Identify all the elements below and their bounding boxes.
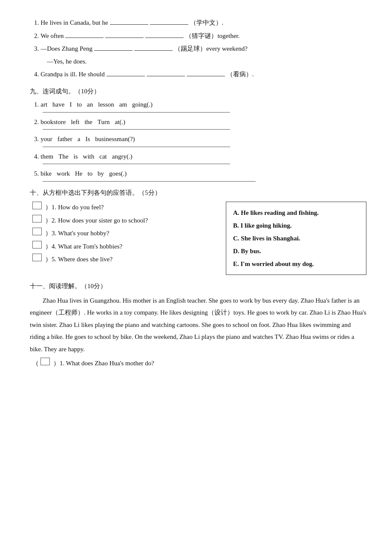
q8-1-blank1[interactable]	[110, 17, 148, 25]
q10-5-text: Where does she live?	[58, 254, 112, 265]
q10-2: ）2. How does your sister go to school?	[30, 215, 222, 226]
q10-2-paren[interactable]	[32, 215, 42, 223]
q10-2-text: How does your sister go to school?	[58, 215, 148, 226]
q9-2-num: 2.	[34, 117, 39, 128]
q9-2-words: 2. bookstore left the Turn at(.)	[30, 117, 366, 128]
section-ten: 十、从方框中选出下列各句的应答语。（5分） ）1. How do you fee…	[30, 188, 366, 275]
q10-3-num: ）3.	[45, 228, 56, 239]
q8-2-blank3[interactable]	[145, 30, 184, 38]
q8-3-sub-text: —Yes, he does.	[47, 56, 86, 67]
q8-2-text-after: （猜字谜）together.	[185, 31, 239, 42]
q9-1-w7: am	[119, 99, 127, 110]
q9-1-num: 1.	[34, 99, 39, 110]
q10-1-num: ）1.	[45, 202, 56, 213]
q9-1-w3: I	[69, 99, 72, 110]
q9-5-w6: goes(.)	[109, 168, 127, 179]
q8-3-text-before: —Does Zhang Peng	[40, 43, 92, 55]
reading-paragraph: Zhao Hua lives in Guangzhou. His mother …	[30, 295, 366, 356]
answer-C: C. She lives in Shanghai.	[233, 232, 359, 245]
q10-4-num: ）4.	[45, 241, 56, 252]
q8-3-text-after: （踢足球）every weekend?	[174, 43, 248, 55]
q8-1-num: 1.	[34, 17, 39, 29]
q10-4-text: What are Tom's hobbies?	[58, 241, 122, 252]
q10-3: ）3. What's your hobby?	[30, 228, 222, 239]
q9-2-w5: at(.)	[115, 117, 125, 128]
q10-5: ）5. Where does she live?	[30, 254, 222, 265]
q8-4-blank3[interactable]	[187, 69, 225, 76]
q9-3-w4: Is	[85, 134, 90, 145]
q9-4-answer-line[interactable]	[43, 164, 230, 164]
q8-4-num: 4.	[34, 69, 39, 80]
q9-1-w1: art	[40, 99, 47, 110]
q10-5-paren[interactable]	[32, 254, 42, 261]
q9-4-num: 4.	[34, 151, 39, 162]
q9-5-w1: bike	[40, 168, 52, 179]
q10-4: ）4. What are Tom's hobbies?	[30, 241, 222, 252]
q9-4-w3: is	[74, 151, 78, 162]
q9-1-w2: have	[52, 99, 64, 110]
q11-1: （ ）1. What does Zhao Hua's mother do?	[30, 358, 366, 369]
q10-4-paren[interactable]	[32, 241, 42, 249]
q10-1: ）1. How do you feel?	[30, 202, 222, 213]
q8-4-blank1[interactable]	[107, 69, 145, 76]
section-ten-left: ）1. How do you feel? ）2. How does your s…	[30, 202, 226, 275]
q9-3-w5: businessman(?)	[95, 134, 135, 145]
q8-2-num: 2.	[34, 31, 39, 42]
answer-D: D. By bus.	[233, 245, 359, 257]
section-nine-title: 九、连词成句。（10分）	[30, 86, 366, 97]
q9-2-answer-line[interactable]	[43, 129, 230, 130]
q8-2: 2. We often （猜字谜）together.	[30, 30, 366, 42]
q8-2-blank2[interactable]	[105, 30, 144, 38]
q9-5-w5: by	[98, 168, 104, 179]
section-eleven-title: 十一、阅读理解。（10分）	[30, 281, 366, 292]
q10-1-text: How do you feel?	[58, 202, 104, 213]
q8-3-num: 3.	[34, 43, 39, 55]
q9-3-w3: a	[78, 134, 81, 145]
q11-1-paren[interactable]	[40, 358, 50, 365]
q8-1-text-before: He lives in Canada, but he	[40, 17, 108, 29]
q9-5-w3: He	[75, 168, 83, 179]
q8-4-text-before: Grandpa is ill. He should	[40, 69, 104, 80]
q10-3-text: What's your hobby?	[58, 228, 109, 239]
answer-box: A. He likes reading and fishing. B. I li…	[226, 202, 366, 275]
q10-3-paren[interactable]	[32, 228, 42, 235]
q8-3: 3. —Does Zhang Peng （踢足球）every weekend?	[30, 43, 366, 55]
section-nine: 九、连词成句。（10分） 1. art have I to an lesson …	[30, 86, 366, 182]
q8-4-blank2[interactable]	[147, 69, 185, 76]
section-ten-title: 十、从方框中选出下列各句的应答语。（5分）	[30, 188, 366, 199]
q8-1-blank2[interactable]	[150, 17, 188, 25]
q8-3-blank1[interactable]	[94, 43, 133, 51]
q11-1-paren-open: （	[32, 358, 39, 369]
q8-2-text-before: We often	[40, 31, 63, 42]
q9-3-w2: father	[58, 134, 72, 145]
q8-2-blank1[interactable]	[65, 30, 104, 38]
q9-1-w8: going(.)	[132, 99, 153, 110]
q9-3-answer-line[interactable]	[43, 147, 230, 147]
q9-2-w2: left	[71, 117, 79, 128]
q8-3-sub: —Yes, he does.	[30, 56, 366, 67]
q8-1-text-after: （学中文）.	[190, 17, 224, 29]
q9-5-answer-line[interactable]	[43, 181, 256, 182]
answer-E: E. I'm worried about my dog.	[233, 257, 359, 270]
q9-1-w6: lesson	[98, 99, 114, 110]
q9-3-num: 3.	[34, 134, 39, 145]
q9-4-w2: The	[58, 151, 68, 162]
section-eight: 1. He lives in Canada, but he （学中文）. 2. …	[30, 17, 366, 80]
q8-3-blank2[interactable]	[134, 43, 173, 51]
q9-4-w4: with	[83, 151, 95, 162]
q9-1-answer-line[interactable]	[43, 112, 230, 113]
q10-5-num: ）5.	[45, 254, 56, 265]
q9-4-w5: cat	[99, 151, 107, 162]
q11-1-text: ）1. What does Zhao Hua's mother do?	[53, 358, 154, 369]
q8-4: 4. Grandpa is ill. He should （看病）.	[30, 69, 366, 80]
q9-4-w6: angry(.)	[112, 151, 133, 162]
q9-1-words: 1. art have I to an lesson am going(.)	[30, 99, 366, 110]
q9-1-w5: an	[87, 99, 93, 110]
q9-3-w1: your	[40, 134, 52, 145]
q9-5-w2: work	[57, 168, 70, 179]
q9-3-words: 3. your father a Is businessman(?)	[30, 134, 366, 145]
q10-1-paren[interactable]	[32, 202, 42, 209]
q10-2-num: ）2.	[45, 215, 56, 226]
q9-5-w4: to	[87, 168, 92, 179]
q9-5-words: 5. bike work He to by goes(.)	[30, 168, 366, 179]
